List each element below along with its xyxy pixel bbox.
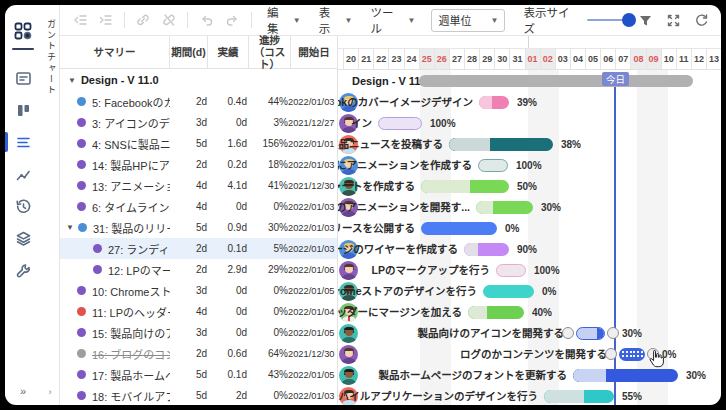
bar-handle-right[interactable] <box>607 327 619 339</box>
task-bar[interactable] <box>449 138 553 151</box>
gantt-list-icon[interactable] <box>12 131 34 153</box>
table-row[interactable]: 14: 製品HPにアニメーショ2d0.2d18%2022/01/03 <box>60 154 337 175</box>
gantt-row[interactable]: ャートを作成する50% <box>338 176 721 197</box>
col-summary[interactable]: サマリー <box>60 36 169 68</box>
display-size-control: 表示サイズ <box>523 5 629 36</box>
actual-cell: 0d <box>207 201 247 212</box>
actual-cell: 0.1d <box>207 243 247 254</box>
table-row[interactable]: 15: 製品向けのアイコンを3d0d0%2022/01/05 <box>60 322 337 343</box>
actual-cell: 0d <box>207 285 247 296</box>
task-bar[interactable] <box>421 180 509 193</box>
table-row[interactable]: 10: Chromeストアのデザイ3d0d0%2022/01/05 <box>60 280 337 301</box>
indent-increase-icon[interactable] <box>95 10 114 30</box>
chart-icon[interactable] <box>12 163 34 185</box>
menu-tools[interactable]: ツール▼ <box>365 5 422 39</box>
gantt-row[interactable]: Facebookのカバーイメージデザイン39% <box>338 92 721 113</box>
unlink-icon[interactable] <box>159 10 178 30</box>
col-progress[interactable]: 進捗 （コスト） <box>248 36 290 68</box>
task-bar[interactable] <box>478 159 508 172</box>
duration-cell: 5d <box>170 222 207 233</box>
gantt-row[interactable]: 製品向けのアイコンを開発する30% <box>338 323 721 344</box>
indent-decrease-icon[interactable] <box>70 10 89 30</box>
start-date-cell: 2022/01/05 <box>288 370 337 380</box>
task-bar[interactable] <box>576 327 605 340</box>
bar-handle-left[interactable] <box>605 348 617 360</box>
task-bar[interactable] <box>421 222 497 235</box>
task-bar[interactable] <box>496 264 526 277</box>
wrench-icon[interactable] <box>12 259 34 281</box>
actual-cell: 0.1d <box>207 369 247 380</box>
gantt-task-label: リースを公開する <box>338 218 415 239</box>
gantt-row[interactable]: グページのワイヤーを作成する90% <box>338 239 721 260</box>
task-bar[interactable] <box>464 243 509 256</box>
redo-icon[interactable] <box>223 10 242 30</box>
strip-collapse-chevron[interactable]: › <box>41 387 59 397</box>
gantt-row[interactable]: イン100% <box>338 113 721 134</box>
bar-progress-tip <box>597 328 604 339</box>
size-slider[interactable] <box>587 19 629 21</box>
gantt-row[interactable]: に製品ニュースを投稿する38% <box>338 134 721 155</box>
refresh-icon[interactable] <box>691 10 711 30</box>
table-row[interactable]: 12: LPのマークアップを2d2.9d29%2022/01/06 <box>60 259 337 280</box>
table-row[interactable]: 13: アニメーションのフロ4d4.1d41%2021/12/30 <box>60 175 337 196</box>
table-row[interactable]: 6: タイムライン機能のアニ4d0d0%2022/01/03 <box>60 196 337 217</box>
task-bar[interactable] <box>378 117 422 130</box>
col-actual[interactable]: 実績 <box>207 36 248 68</box>
filter-icon[interactable] <box>635 10 655 30</box>
history-icon[interactable] <box>12 195 34 217</box>
table-row[interactable]: 3: アイコンのデザイン3d0d3%2021/12/27 <box>60 112 337 133</box>
bar-elapsed-segment <box>421 180 470 193</box>
col-duration[interactable]: 期間(d) <box>169 36 207 68</box>
task-bar[interactable] <box>544 390 614 403</box>
task-label: 16: ブログのコンテンツを <box>92 346 170 362</box>
table-row[interactable]: 5: Facebookのカバーイメ–2d0.4d44%2022/01/03 <box>60 91 337 112</box>
summary-bar[interactable] <box>419 75 693 87</box>
mouse-cursor-icon <box>649 350 664 372</box>
task-bar[interactable] <box>483 285 534 298</box>
bar-handle-left[interactable] <box>562 327 574 339</box>
form-icon[interactable] <box>12 67 34 89</box>
unit-select[interactable]: 週単位▼ <box>431 9 505 32</box>
app-logo-icon[interactable] <box>12 20 34 42</box>
task-bar[interactable] <box>476 201 533 214</box>
gantt-row[interactable]: Chromeストアのデザインを行う0% <box>338 281 721 302</box>
task-bar[interactable] <box>479 96 509 109</box>
link-icon[interactable] <box>134 10 153 30</box>
gantt-task-label: ャートを作成する <box>338 176 415 197</box>
table-row[interactable]: 18: モバイルアプリケーシ5d2d0%2022/01/03 <box>60 385 337 405</box>
gantt-header-top <box>338 36 721 48</box>
task-bar[interactable] <box>468 306 524 319</box>
layers-icon[interactable] <box>12 227 34 249</box>
collapse-triangle-icon[interactable]: ▼ <box>66 223 74 232</box>
logo-underline <box>12 48 34 50</box>
menu-view[interactable]: 表示▼ <box>313 5 359 39</box>
kanban-icon[interactable] <box>12 99 34 121</box>
gantt-row[interactable]: 製品HPにアニメーションを作成する100% <box>338 155 721 176</box>
undo-icon[interactable] <box>197 10 216 30</box>
actual-cell: 2d <box>207 390 247 401</box>
gantt-row[interactable]: ン機能のアニメーションを開発す...30% <box>338 197 721 218</box>
gantt-row[interactable]: LPのマークアップを行う100% <box>338 260 721 281</box>
slider-knob[interactable] <box>622 13 636 27</box>
group-row[interactable]: ▼ Design - V 11.0 <box>60 69 337 91</box>
duration-cell: 2d <box>170 264 207 275</box>
gantt-row[interactable]: ログのかコンテンツを開発する0% <box>338 344 721 365</box>
table-row[interactable]: 17: 製品ホームページのフ5d0.1d43%2022/01/05 <box>60 364 337 385</box>
col-start[interactable]: 開始日 <box>290 36 337 68</box>
progress-cell: 3% <box>247 117 288 128</box>
table-row[interactable]: 27: ランディングページ2d0.1d5%2022/01/03 <box>60 238 337 259</box>
gantt-row[interactable]: モバイルアプリケーションのデザインを行う55% <box>338 386 721 405</box>
collapse-triangle-icon[interactable]: ▼ <box>68 76 76 85</box>
table-row[interactable]: 4: SNSに製品ニュースを投5d1.6d156%2022/01/01 <box>60 133 337 154</box>
table-row[interactable]: 16: ブログのコンテンツを2d0.6d64%2021/12/30 <box>60 343 337 364</box>
task-bar[interactable] <box>619 348 645 361</box>
gantt-row[interactable]: Pのヘッダーにマージンを加える40% <box>338 302 721 323</box>
table-row[interactable]: 11: LPのヘッダーにマージ4d0d0%2022/01/04 <box>60 301 337 322</box>
task-bullet <box>77 370 86 379</box>
table-row[interactable]: ▼31: 製品のリリースを公開5d0.9d30%2022/01/03 <box>60 217 337 238</box>
fit-screen-icon[interactable] <box>663 10 683 30</box>
progress-cell: 41% <box>247 180 288 191</box>
gantt-group-row[interactable]: Design - V 11.0 <box>338 70 721 92</box>
gantt-row[interactable]: リースを公開する0% <box>338 218 721 239</box>
rail-collapse-chevrons[interactable]: » <box>5 385 41 397</box>
